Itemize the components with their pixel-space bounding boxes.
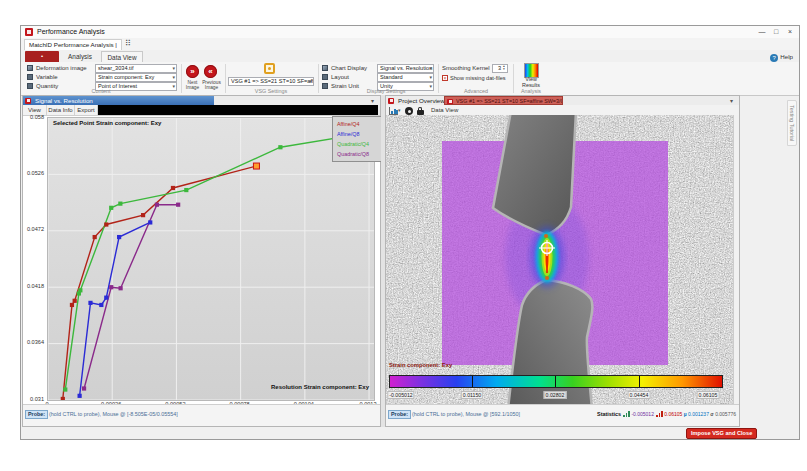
- group-separator: [513, 64, 514, 93]
- next-image-button[interactable]: »: [186, 65, 199, 78]
- previous-image-label: Previous Image: [200, 80, 223, 90]
- colorbar-divider: [555, 376, 556, 387]
- layout-label: Layout: [331, 74, 349, 80]
- smoothing-kernel-spinner[interactable]: 3 ▴▾: [492, 64, 508, 73]
- probe-chip[interactable]: Probe:: [388, 410, 411, 419]
- chart-panel-title-tab[interactable]: Signal vs. Resolution: [23, 96, 214, 105]
- screenshot-canvas: Performance Analysis — □ × MatchID Perfo…: [0, 0, 807, 471]
- colorbar-divider: [472, 376, 473, 387]
- panel-menu-caret-icon[interactable]: ▾: [371, 97, 374, 104]
- colorbar-tick-label: 0.02802: [544, 391, 567, 399]
- tab-export[interactable]: Export: [75, 105, 98, 115]
- session-tab[interactable]: MatchID Performance Analysis |: [24, 39, 122, 50]
- deformation-image-icon: [27, 65, 33, 71]
- maximize-button[interactable]: □: [769, 26, 783, 37]
- close-button[interactable]: ×: [783, 26, 797, 37]
- chart-display-label: Chart Display: [331, 65, 367, 71]
- docked-side-tab[interactable]: Testing Tutorial: [787, 100, 797, 146]
- deformation-image-select[interactable]: shear_3034.tif▾: [95, 64, 177, 73]
- panel-icon: [388, 98, 394, 104]
- tab-data-info[interactable]: Data Info: [47, 105, 75, 115]
- data-view-label: Data View: [431, 107, 458, 113]
- strain-hotspot: [530, 226, 564, 288]
- image-status-bar: Probe: (hold CTRL to probe), Mouse @ [59…: [386, 404, 739, 426]
- quantity-icon: [27, 83, 33, 89]
- colorbar-tick-label: 0.04454: [628, 391, 651, 399]
- legend-entry[interactable]: Quadratic/Q4: [333, 139, 381, 149]
- y-tick-label: 0.0364: [23, 339, 44, 345]
- panel-menu-caret-icon[interactable]: ▾: [730, 97, 733, 104]
- legend-entry[interactable]: Affine/Q4: [333, 119, 381, 129]
- chart-plot-area[interactable]: [47, 117, 375, 401]
- stat-mean: 0.001237: [688, 411, 709, 417]
- help-icon: ?: [770, 54, 778, 62]
- spinner-arrows-icon[interactable]: ▴▾: [501, 65, 507, 72]
- probe-chip[interactable]: Probe:: [25, 410, 48, 419]
- stat-min: -0.005012: [631, 411, 654, 417]
- project-overview-tab[interactable]: Project Overview: [386, 96, 444, 105]
- legend-entry[interactable]: Affine/Q8: [333, 129, 381, 139]
- group-separator: [318, 64, 319, 93]
- help-label: Help: [780, 53, 793, 60]
- window-title: Performance Analysis: [37, 28, 105, 35]
- grid-icon[interactable]: ⠿: [125, 39, 131, 49]
- variable-select[interactable]: Strain component: Exy▾: [95, 73, 177, 82]
- quantity-label: Quantity: [36, 83, 58, 89]
- smoothing-kernel-label: Smoothing Kernel: [442, 65, 490, 71]
- gear-icon[interactable]: [405, 107, 413, 115]
- display-group-label: Display Settings: [341, 88, 431, 94]
- stat-std: 0.005776: [715, 411, 736, 417]
- probe-status-text: (hold CTRL to probe), Mouse @ [592.1/105…: [412, 411, 520, 417]
- colorbar-tick-label: -0.005012: [387, 391, 414, 399]
- chart-display-select[interactable]: Signal vs. Resolution▾: [377, 64, 434, 73]
- colorbar: [389, 375, 723, 388]
- y-tick-label: 0.0472: [23, 226, 44, 232]
- chart-legend[interactable]: Affine/Q4Affine/Q8Quadratic/Q4Quadratic/…: [332, 116, 382, 162]
- chart-tabs-row: View Data Info Export: [23, 105, 380, 116]
- variable-icon: [27, 74, 33, 80]
- chevron-down-icon: ▾: [309, 78, 312, 85]
- tab-analysis[interactable]: Analysis: [61, 51, 99, 62]
- min-bars-icon: [623, 411, 630, 417]
- variable-label: Variable: [36, 74, 58, 80]
- y-tick-label: 0.0418: [23, 283, 44, 289]
- home-tab[interactable]: •: [25, 51, 59, 62]
- chevron-down-icon[interactable]: ▾: [398, 107, 401, 113]
- content-group-label: Content: [61, 88, 141, 94]
- colorbar-tick-label: 0.01150: [461, 391, 483, 399]
- colorbar-tick-labels: -0.0050120.011500.028020.044540.06105: [386, 391, 738, 400]
- vsg-active-tab[interactable]: VSG #1 => SS=21 ST=10 SF=affine SW=3/Q4: [444, 96, 563, 105]
- collapsed-toolbar-bar: [98, 105, 378, 115]
- image-scrollbar[interactable]: [733, 115, 739, 407]
- chart-status-bar: Probe: (hold CTRL to probe), Mouse @ [-8…: [23, 404, 380, 426]
- group-separator: [225, 64, 226, 93]
- show-missing-checkbox[interactable]: ×: [442, 75, 448, 81]
- mean-symbol: µ: [684, 411, 687, 417]
- show-missing-label: Show missing dat-files: [450, 75, 506, 81]
- layout-icon: [322, 74, 328, 80]
- ribbon-tab-row: • Analysis Data View ?Help: [21, 50, 799, 62]
- help-button[interactable]: ?Help: [770, 51, 793, 62]
- ribbon: Deformation image shear_3034.tif▾ Variab…: [21, 62, 799, 96]
- statistics-readout: Statistics -0.005012 0.06105 µ 0.001237 …: [597, 411, 736, 417]
- std-symbol: σ: [710, 411, 713, 417]
- previous-image-button[interactable]: «: [204, 65, 217, 78]
- chart-type-icon[interactable]: [389, 107, 398, 115]
- probe-status-text: (hold CTRL to probe), Mouse @ [-8.505E-0…: [49, 411, 178, 417]
- title-bar: Performance Analysis — □ ×: [21, 26, 799, 38]
- vsg-icon: [264, 63, 275, 74]
- chevron-down-icon: ▾: [429, 74, 432, 81]
- colorbar-label: Strain component: Exy: [389, 362, 452, 368]
- minimize-button[interactable]: —: [755, 26, 769, 37]
- max-bars-icon: [656, 411, 663, 417]
- tab-data-view[interactable]: Data View: [101, 51, 143, 62]
- chevron-down-icon: ▾: [172, 74, 175, 81]
- legend-entry[interactable]: Quadratic/Q8: [333, 149, 381, 159]
- advanced-group-label: Advanced: [446, 88, 506, 94]
- view-results-button[interactable]: View Results: [517, 77, 545, 89]
- vsg-group-label: VSG Settings: [231, 88, 311, 94]
- impose-vsg-close-button[interactable]: Impose VSG and Close: [686, 428, 757, 439]
- vsg-select[interactable]: VSG #1 => SS=21 ST=10 SF=affine SW=3/Q4▾: [228, 77, 314, 86]
- layout-select[interactable]: Standard▾: [377, 73, 434, 82]
- panel-icon: [25, 98, 31, 104]
